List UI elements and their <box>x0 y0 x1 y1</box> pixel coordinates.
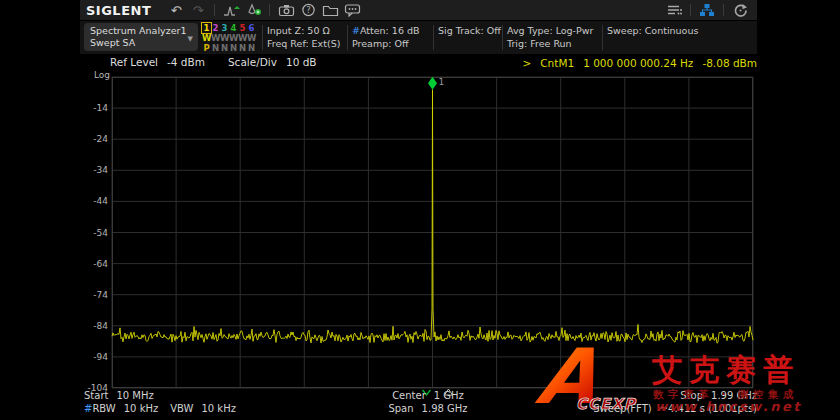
undo-icon[interactable]: ↶ <box>165 1 187 19</box>
marker-1-diamond[interactable] <box>428 77 437 90</box>
toolbar-separator <box>690 4 691 16</box>
marker-amplitude: -8.08 dBm <box>702 57 757 69</box>
input-settings[interactable]: Input Z: 50 Ω Freq Ref: Ext(S) <box>267 21 340 54</box>
sweep-time: Sweep(FFT)~4.412 s (1001pts) <box>593 403 757 414</box>
trace-table-cell: W <box>211 33 220 43</box>
scale-div-label: Scale/Div <box>228 56 277 68</box>
top-toolbar: SIGLENT ↶ ↷ ? <box>80 0 757 20</box>
avg-type-value: Avg Type: Log-Pwr <box>507 24 593 37</box>
log-scale-label: Log <box>80 70 110 80</box>
mode-selector[interactable]: Spectrum Analyzer1 Swept SA ▼ <box>84 23 198 51</box>
trace-table-cell: 4 <box>229 23 238 33</box>
trace-table-cell: W <box>202 33 211 43</box>
amplitude-info: Ref Level-4 dBmScale/Div10 dB <box>110 56 326 68</box>
trace-table-cell: 2 <box>211 23 220 33</box>
y-tick-label: -34 <box>76 165 108 175</box>
sig-track-value: Sig Track: Off <box>438 24 501 37</box>
sig-track-setting[interactable]: Sig Track: Off <box>438 21 501 54</box>
y-tick-label: -64 <box>76 259 108 269</box>
y-tick-label: -84 <box>76 321 108 331</box>
redo-icon[interactable]: ↷ <box>187 1 209 19</box>
trace-table[interactable]: 123456WWWWWWPNNNNN <box>202 23 256 53</box>
trace-table-cell: 6 <box>247 23 256 33</box>
trig-value: Trig: Free Run <box>507 37 593 50</box>
trace-table-cell: W <box>247 33 256 43</box>
ref-level-value[interactable]: -4 dBm <box>167 56 205 68</box>
trace-table-cell: 5 <box>238 23 247 33</box>
marker-frequency: 1 000 000 000.24 Hz <box>583 57 693 69</box>
atten-coupled-flag: # <box>352 25 360 36</box>
chat-icon[interactable] <box>341 1 363 19</box>
siglent-logo: SIGLENT <box>86 3 151 18</box>
toolbar-separator <box>269 4 270 16</box>
input-z-value: Input Z: 50 Ω <box>267 24 340 37</box>
y-tick-label: -14 <box>76 103 108 113</box>
marker-readout: >CntM11 000 000 000.24 Hz-8.08 dBm <box>513 57 757 69</box>
svg-text:?: ? <box>306 5 311 15</box>
freq-ref-value: Freq Ref: Ext(S) <box>267 37 340 50</box>
peak-search-icon[interactable] <box>220 1 242 19</box>
bandwidth-settings[interactable]: #RBW10 kHzVBW10 kHz <box>84 403 244 414</box>
camera-icon[interactable] <box>275 1 297 19</box>
center-frequency[interactable]: Center1 GHz <box>362 390 502 401</box>
chevron-down-icon: ▼ <box>188 33 193 45</box>
trace-table-cell: 1 <box>202 23 211 33</box>
trace-table-cell: N <box>229 43 238 53</box>
span-setting[interactable]: Span1.98 GHz <box>362 403 502 414</box>
stop-frequency[interactable]: Stop1.99 GHz <box>680 390 757 401</box>
refresh-icon[interactable] <box>729 1 751 19</box>
y-tick-label: -74 <box>76 290 108 300</box>
atten-value: #Atten: 16 dB <box>352 24 420 37</box>
trace-table-cell: N <box>238 43 247 53</box>
trace-table-cell: W <box>238 33 247 43</box>
lan-icon[interactable] <box>696 1 718 19</box>
trace-table-cell: N <box>247 43 256 53</box>
trace-table-cell: W <box>220 33 229 43</box>
toolbar-separator <box>214 4 215 16</box>
start-frequency[interactable]: Start10 MHz <box>84 390 162 401</box>
y-tick-label: -94 <box>76 352 108 362</box>
trace-table-cell: W <box>229 33 238 43</box>
settings-bar: Spectrum Analyzer1 Swept SA ▼ 123456WWWW… <box>80 21 757 54</box>
avg-trig-settings[interactable]: Avg Type: Log-Pwr Trig: Free Run <box>507 21 593 54</box>
spectrum-analyzer-screen: SIGLENT ↶ ↷ ? <box>0 0 840 420</box>
y-tick-label: -44 <box>76 196 108 206</box>
trace-table-cell: N <box>220 43 229 53</box>
trace-table-cell: N <box>211 43 220 53</box>
spectrum-graticule: 1 <box>112 77 753 388</box>
sweep-value: Sweep: Continuous <box>607 24 698 37</box>
atten-settings[interactable]: #Atten: 16 dB Preamp: Off <box>352 21 420 54</box>
marker-name: CntM1 <box>540 57 574 69</box>
y-tick-label: -54 <box>76 228 108 238</box>
mode-line1: Spectrum Analyzer1 <box>90 25 192 37</box>
marker-1-label: 1 <box>439 77 445 87</box>
sweep-setting[interactable]: Sweep: Continuous <box>607 21 698 54</box>
help-icon[interactable]: ? <box>297 1 319 19</box>
y-tick-label: -24 <box>76 134 108 144</box>
ref-level-label: Ref Level <box>110 56 158 68</box>
menu-list-icon[interactable] <box>663 1 685 19</box>
mode-line2: Swept SA <box>90 37 192 49</box>
folder-icon[interactable] <box>319 1 341 19</box>
scale-div-value[interactable]: 10 dB <box>286 56 317 68</box>
preamp-value: Preamp: Off <box>352 37 420 50</box>
trace-table-cell: P <box>202 43 211 53</box>
marker-peak-icon[interactable] <box>242 1 264 19</box>
trace-table-cell: 3 <box>220 23 229 33</box>
toolbar-separator <box>723 4 724 16</box>
